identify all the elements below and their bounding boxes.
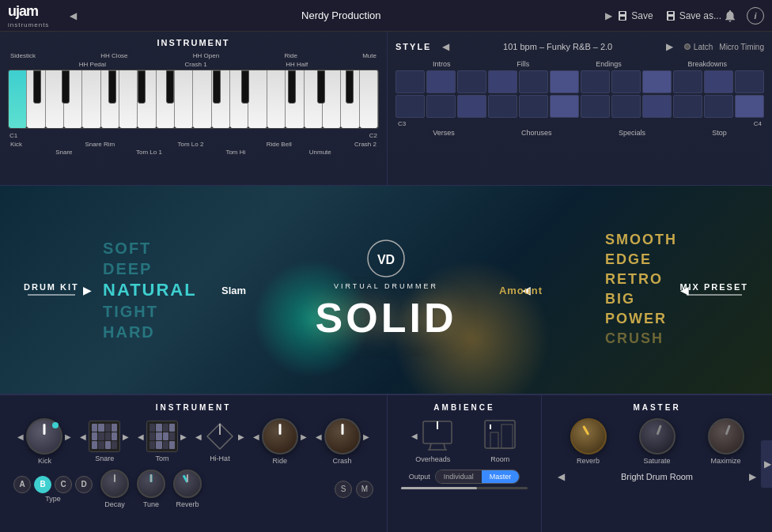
type-btn-d[interactable]: D bbox=[75, 476, 93, 493]
style-pad-13[interactable] bbox=[395, 95, 425, 118]
style-pad-20[interactable] bbox=[611, 95, 641, 118]
style-pad-21[interactable] bbox=[642, 95, 672, 118]
kick-knob[interactable] bbox=[26, 418, 62, 455]
style-pad-1[interactable] bbox=[395, 70, 425, 93]
mix-power[interactable]: POWER bbox=[605, 310, 677, 330]
white-key-7[interactable] bbox=[119, 70, 138, 128]
preset-nav-left[interactable]: ◀ bbox=[65, 7, 81, 25]
style-hard[interactable]: HARD bbox=[103, 322, 197, 342]
snare-knob[interactable] bbox=[89, 421, 120, 452]
tom-nav-left[interactable]: ◀ bbox=[138, 432, 144, 441]
type-btn-c[interactable]: C bbox=[55, 476, 72, 493]
style-pad-9[interactable] bbox=[642, 70, 672, 93]
white-key-4[interactable] bbox=[64, 70, 82, 128]
mix-edge[interactable]: EDGE bbox=[605, 250, 677, 270]
snare-nav-left[interactable]: ◀ bbox=[80, 432, 86, 441]
hihat-nav-left[interactable]: ◀ bbox=[195, 432, 202, 441]
bell-icon[interactable] bbox=[721, 7, 739, 25]
style-pad-11[interactable] bbox=[704, 70, 733, 93]
style-pads[interactable] bbox=[395, 70, 764, 118]
latch-button[interactable]: Latch bbox=[684, 43, 713, 51]
style-pad-24[interactable] bbox=[735, 95, 764, 118]
white-key-19[interactable] bbox=[341, 70, 359, 128]
style-pad-8[interactable] bbox=[611, 70, 641, 93]
style-pad-7[interactable] bbox=[581, 70, 610, 93]
style-deep[interactable]: DEEP bbox=[103, 258, 197, 278]
hihat-nav-right[interactable]: ▶ bbox=[238, 432, 244, 441]
white-key-15[interactable] bbox=[267, 70, 286, 128]
drum-style-nav-left[interactable]: ▶ bbox=[83, 284, 92, 296]
white-key-1[interactable] bbox=[9, 70, 27, 128]
snare-nav-right[interactable]: ▶ bbox=[123, 432, 129, 441]
reverb-knob[interactable] bbox=[173, 470, 202, 498]
white-key-6[interactable] bbox=[101, 70, 119, 128]
style-tight[interactable]: TIGHT bbox=[103, 301, 197, 322]
solo-button[interactable]: S bbox=[335, 481, 352, 498]
style-pad-10[interactable] bbox=[673, 70, 702, 93]
style-natural[interactable]: NATURAL bbox=[103, 278, 197, 301]
room-knob[interactable] bbox=[482, 418, 517, 453]
crash-knob[interactable] bbox=[324, 418, 361, 455]
mix-preset-nav[interactable]: ◀ bbox=[680, 284, 689, 296]
output-slider[interactable] bbox=[401, 487, 528, 489]
style-pad-4[interactable] bbox=[488, 70, 517, 93]
type-btn-b[interactable]: B bbox=[34, 476, 51, 493]
ride-nav-left[interactable]: ◀ bbox=[253, 432, 259, 441]
mix-smooth[interactable]: SMOOTH bbox=[605, 230, 677, 250]
master-maximize-knob[interactable] bbox=[708, 418, 744, 455]
style-soft[interactable]: SOFT bbox=[103, 237, 197, 258]
type-btn-a[interactable]: A bbox=[13, 476, 31, 493]
style-pad-22[interactable] bbox=[673, 95, 702, 118]
right-panel-toggle[interactable]: ▶ bbox=[761, 440, 772, 488]
micro-timing-button[interactable]: Micro Timing bbox=[719, 43, 764, 51]
overheads-knob[interactable] bbox=[420, 418, 455, 453]
hihat-knob[interactable] bbox=[204, 421, 236, 452]
ride-knob[interactable] bbox=[262, 418, 298, 455]
white-key-5[interactable] bbox=[82, 70, 100, 128]
style-pad-5[interactable] bbox=[519, 70, 548, 93]
individual-option[interactable]: Individual bbox=[436, 470, 482, 483]
decay-knob[interactable] bbox=[100, 470, 129, 498]
white-key-17[interactable] bbox=[305, 70, 323, 128]
master-preset-nav-left[interactable]: ◀ bbox=[558, 471, 565, 482]
info-icon[interactable]: i bbox=[747, 7, 764, 25]
white-key-11[interactable] bbox=[193, 70, 211, 128]
overheads-nav-left[interactable]: ◀ bbox=[411, 432, 418, 440]
tom-nav-right[interactable]: ▶ bbox=[180, 432, 187, 441]
mute-button[interactable]: M bbox=[356, 481, 373, 498]
kick-nav-right[interactable]: ▶ bbox=[65, 432, 71, 441]
style-pad-15[interactable] bbox=[457, 95, 486, 118]
white-key-16[interactable] bbox=[286, 70, 304, 128]
style-pad-17[interactable] bbox=[519, 95, 548, 118]
ride-nav-right[interactable]: ▶ bbox=[301, 432, 307, 441]
white-key-3[interactable] bbox=[46, 70, 64, 128]
style-nav-left[interactable]: ◀ bbox=[437, 38, 454, 55]
master-saturate-knob[interactable] bbox=[639, 418, 676, 455]
white-key-20[interactable] bbox=[360, 70, 378, 128]
style-pad-23[interactable] bbox=[704, 95, 733, 118]
crash-nav-left[interactable]: ◀ bbox=[316, 432, 322, 441]
output-toggle-group[interactable]: Individual Master bbox=[435, 470, 520, 484]
white-key-9[interactable] bbox=[157, 70, 175, 128]
mix-crush[interactable]: CRUSH bbox=[605, 330, 677, 349]
white-key-18[interactable] bbox=[323, 70, 341, 128]
style-nav-right[interactable]: ▶ bbox=[661, 38, 678, 55]
style-pad-19[interactable] bbox=[581, 95, 610, 118]
master-reverb-knob[interactable] bbox=[570, 418, 607, 455]
instrument-keyboard[interactable] bbox=[8, 70, 379, 129]
white-key-10[interactable] bbox=[175, 70, 193, 128]
style-pad-3[interactable] bbox=[457, 70, 486, 93]
white-key-14[interactable] bbox=[248, 70, 267, 128]
white-key-2[interactable] bbox=[27, 70, 45, 128]
master-option[interactable]: Master bbox=[482, 470, 520, 483]
save-button[interactable]: Save bbox=[617, 10, 653, 21]
style-pad-12[interactable] bbox=[735, 70, 764, 93]
crash-nav-right[interactable]: ▶ bbox=[363, 432, 369, 441]
white-key-12[interactable] bbox=[212, 70, 230, 128]
white-key-8[interactable] bbox=[138, 70, 156, 128]
preset-nav-right[interactable]: ▶ bbox=[600, 7, 617, 25]
style-pad-18[interactable] bbox=[550, 95, 579, 118]
tune-knob[interactable] bbox=[137, 470, 165, 498]
white-key-13[interactable] bbox=[230, 70, 248, 128]
style-pad-14[interactable] bbox=[426, 95, 456, 118]
